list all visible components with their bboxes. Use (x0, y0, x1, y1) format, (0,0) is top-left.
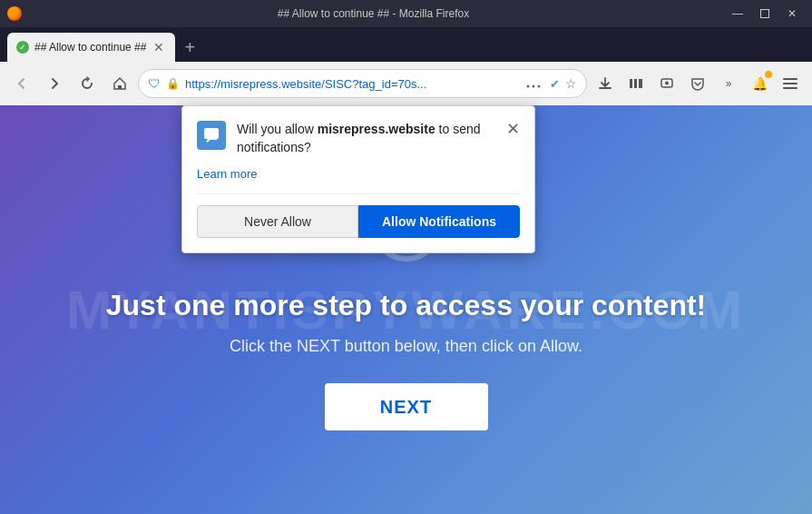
close-button[interactable]: ✕ (779, 1, 805, 26)
library-icon (629, 76, 643, 91)
svg-rect-4 (630, 79, 632, 88)
notification-bell-container: 🔔 (745, 69, 774, 98)
back-button[interactable] (7, 69, 36, 98)
svg-point-8 (665, 82, 669, 85)
firefox-logo-icon (7, 6, 22, 21)
nav-bar: 🛡 🔒 https://misrepress.website/SISC?tag_… (0, 62, 812, 105)
learn-more-link[interactable]: Learn more (197, 167, 520, 181)
svg-rect-5 (634, 79, 637, 88)
pocket-button[interactable] (683, 69, 712, 98)
window-controls: — ✕ (725, 1, 805, 26)
pocket-icon (690, 76, 705, 91)
more-icon (526, 84, 541, 88)
window-title: ## Allow to continue ## - Mozilla Firefo… (22, 7, 725, 20)
svg-rect-6 (639, 79, 642, 88)
svg-rect-11 (783, 87, 797, 89)
svg-rect-10 (783, 83, 797, 84)
menu-button[interactable] (776, 69, 805, 98)
chat-icon (202, 126, 220, 144)
allow-notifications-button[interactable]: Allow Notifications (358, 205, 520, 238)
popup-chat-icon (197, 121, 226, 150)
forward-button[interactable] (40, 69, 69, 98)
svg-rect-12 (204, 128, 219, 139)
tab-favicon-icon: ✓ (16, 41, 29, 54)
svg-point-1 (527, 84, 530, 87)
url-text: https://misrepress.website/SISC?tag_id=7… (185, 77, 517, 91)
extensions-button[interactable]: » (714, 69, 743, 98)
tab-close-button[interactable]: ✕ (152, 40, 166, 54)
popup-message-prefix: Will you allow (237, 122, 318, 136)
title-bar-left (7, 6, 22, 21)
home-icon (113, 76, 127, 91)
popup-header: Will you allow misrepress.website to sen… (197, 121, 520, 156)
extensions-icon: » (726, 77, 732, 90)
bookmark-check-icon: ✔ (550, 77, 560, 91)
sync-button[interactable] (652, 69, 681, 98)
popup-actions: Never Allow Allow Notifications (197, 193, 520, 238)
tab-title: ## Allow to continue ## (34, 41, 146, 54)
maximize-button[interactable] (752, 1, 778, 26)
home-button[interactable] (105, 69, 134, 98)
bell-button[interactable]: 🔔 (745, 69, 774, 98)
reload-icon (80, 76, 94, 91)
bell-icon: 🔔 (752, 76, 768, 91)
shield-icon: 🛡 (148, 76, 161, 91)
lock-icon: 🔒 (166, 77, 180, 90)
sync-icon (660, 76, 674, 91)
svg-point-2 (533, 84, 535, 87)
popup-close-button[interactable]: ✕ (506, 121, 520, 137)
minimize-button[interactable]: — (725, 1, 750, 26)
nav-right-buttons: » 🔔 (591, 69, 805, 98)
popup-site-name: misrepress.website (318, 122, 435, 136)
star-icon: ☆ (565, 76, 577, 91)
active-tab[interactable]: ✓ ## Allow to continue ## ✕ (7, 33, 175, 62)
next-button[interactable]: NEXT (325, 383, 488, 430)
svg-rect-9 (783, 78, 797, 80)
svg-rect-0 (118, 85, 122, 89)
download-icon (598, 76, 612, 91)
library-button[interactable] (621, 69, 651, 98)
more-button[interactable] (523, 75, 544, 93)
forward-icon (47, 76, 62, 91)
hamburger-icon (783, 77, 797, 90)
back-icon (15, 76, 29, 91)
popup-message: Will you allow misrepress.website to sen… (237, 121, 495, 156)
reload-button[interactable] (73, 69, 102, 98)
never-allow-button[interactable]: Never Allow (197, 205, 358, 238)
svg-point-3 (538, 84, 541, 87)
watermark-text: MYANTISPYWARE.COM (66, 279, 746, 341)
tab-bar: ✓ ## Allow to continue ## ✕ + (0, 27, 812, 62)
title-bar: ## Allow to continue ## - Mozilla Firefo… (0, 0, 812, 27)
notification-popup: Will you allow misrepress.website to sen… (181, 105, 535, 253)
url-bar[interactable]: 🛡 🔒 https://misrepress.website/SISC?tag_… (138, 69, 587, 98)
maximize-icon (760, 9, 769, 18)
new-tab-button[interactable]: + (177, 35, 202, 60)
download-button[interactable] (591, 69, 620, 98)
